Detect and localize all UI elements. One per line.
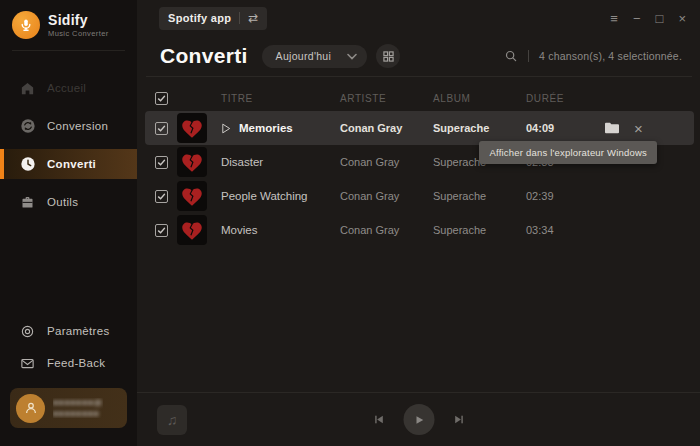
track-title: People Watching (221, 190, 308, 202)
app-name: Sidify (48, 12, 109, 28)
app-logo: Sidify Music Converter (0, 0, 137, 48)
album-art (177, 215, 207, 245)
track-album: Superache (433, 190, 526, 202)
table-body: Memories Conan Gray Superache 04:09 × Di… (145, 111, 694, 247)
button-divider (239, 12, 240, 24)
play-track-icon[interactable] (221, 123, 231, 134)
view-switch-button[interactable] (376, 44, 400, 68)
sidebar-item-accueil[interactable]: Accueil (0, 73, 137, 103)
track-album: Superache (433, 122, 526, 134)
sidebar-divider (12, 50, 125, 51)
track-artist: Conan Gray (340, 156, 433, 168)
select-all-checkbox[interactable] (155, 92, 168, 105)
sidebar-item-label: Converti (47, 158, 96, 170)
titlebar: Spotify app ⇄ ≡ − □ × (137, 0, 700, 36)
row-actions: × (602, 121, 694, 136)
row-checkbox[interactable] (155, 122, 168, 135)
menu-icon[interactable]: ≡ (610, 12, 618, 25)
track-title: Memories (239, 122, 293, 134)
sidebar-item-parametres[interactable]: Paramètres (0, 318, 137, 344)
explorer-tooltip: Afficher dans l'explorateur Windows (479, 141, 657, 164)
play-icon (414, 414, 426, 426)
track-album: Superache (433, 224, 526, 236)
date-filter-value: Aujourd'hui (276, 50, 332, 62)
sidebar: Sidify Music Converter Accueil Conversio… (0, 0, 137, 446)
sidebar-item-label: Feed-Back (47, 357, 105, 369)
sidebar-item-conversion[interactable]: Conversion (0, 111, 137, 141)
maximize-icon[interactable]: □ (656, 12, 664, 25)
album-art (177, 113, 207, 143)
minimize-icon[interactable]: − (633, 12, 641, 25)
next-track-icon[interactable] (452, 413, 465, 426)
search-icon[interactable] (504, 49, 518, 63)
close-icon[interactable]: × (678, 12, 686, 25)
convert-arrows-icon (19, 118, 36, 135)
app-subtitle: Music Converter (48, 29, 109, 38)
track-duration: 03:34 (526, 224, 602, 236)
music-note-icon: ♫ (157, 405, 187, 435)
sidebar-footer: Paramètres Feed-Back ●●●●●●●@ ●●●●●●●● (0, 318, 137, 446)
table-row[interactable]: People Watching Conan Gray Superache 02:… (145, 179, 694, 213)
settings-icon (19, 323, 36, 340)
sidebar-item-feedback[interactable]: Feed-Back (0, 350, 137, 376)
play-button[interactable] (403, 404, 434, 435)
toolbox-icon (19, 194, 36, 211)
column-header-album[interactable]: ALBUM (433, 93, 526, 104)
table-header: TITRE ARTISTE ALBUM DURÉE (145, 85, 694, 111)
player-bar: ♫ (137, 392, 700, 446)
selection-summary: 4 chanson(s), 4 selectionnée. (539, 50, 682, 62)
grid-view-icon (383, 51, 394, 62)
row-checkbox[interactable] (155, 156, 168, 169)
chevron-down-icon (347, 53, 357, 60)
table-row[interactable]: Movies Conan Gray Superache 03:34 × (145, 213, 694, 247)
row-checkbox[interactable] (155, 190, 168, 203)
row-checkbox[interactable] (155, 224, 168, 237)
user-avatar-icon (16, 394, 45, 423)
microphone-icon (12, 11, 40, 39)
album-art (177, 181, 207, 211)
source-app-button[interactable]: Spotify app ⇄ (159, 7, 267, 30)
track-artist: Conan Gray (340, 190, 433, 202)
mail-icon (19, 355, 36, 372)
remove-track-icon[interactable]: × (634, 121, 643, 136)
page-header: Converti Aujourd'hui 4 chanson(s), 4 sel… (137, 36, 700, 76)
track-title: Disaster (221, 156, 263, 168)
track-title: Movies (221, 224, 257, 236)
track-artist: Conan Gray (340, 224, 433, 236)
sidebar-item-label: Accueil (47, 82, 86, 94)
track-duration: 04:09 (526, 122, 602, 134)
sidebar-item-label: Conversion (47, 120, 108, 132)
window-controls: ≡ − □ × (610, 12, 686, 25)
account-email: ●●●●●●●@ ●●●●●●●● (53, 398, 103, 418)
track-artist: Conan Gray (340, 122, 433, 134)
transport-controls (372, 404, 465, 435)
column-header-artiste[interactable]: ARTISTE (340, 93, 433, 104)
column-header-titre[interactable]: TITRE (221, 93, 340, 104)
previous-track-icon[interactable] (372, 413, 385, 426)
source-app-label: Spotify app (168, 12, 231, 24)
page-title: Converti (160, 44, 248, 68)
sidebar-nav: Accueil Conversion Converti (0, 73, 137, 217)
column-header-duree[interactable]: DURÉE (526, 93, 602, 104)
show-in-explorer-icon[interactable] (604, 121, 620, 135)
header-divider (146, 76, 692, 77)
table-row[interactable]: Memories Conan Gray Superache 04:09 × (145, 111, 694, 145)
sidebar-item-label: Paramètres (47, 325, 109, 337)
sidebar-item-label: Outils (47, 196, 78, 208)
main-area: Spotify app ⇄ ≡ − □ × Converti Aujourd'h… (137, 0, 700, 446)
sidebar-item-converti[interactable]: Converti (0, 149, 137, 179)
sidebar-item-outils[interactable]: Outils (0, 187, 137, 217)
date-filter-dropdown[interactable]: Aujourd'hui (262, 45, 368, 68)
clock-icon (19, 156, 36, 173)
account-badge[interactable]: ●●●●●●●@ ●●●●●●●● (10, 388, 127, 428)
album-art (177, 147, 207, 177)
header-separator (528, 50, 529, 62)
track-duration: 02:39 (526, 190, 602, 202)
swap-source-icon[interactable]: ⇄ (248, 12, 258, 24)
converted-list: TITRE ARTISTE ALBUM DURÉE Memories Conan… (145, 85, 694, 392)
home-icon (19, 80, 36, 97)
header-right: 4 chanson(s), 4 selectionnée. (504, 49, 682, 63)
